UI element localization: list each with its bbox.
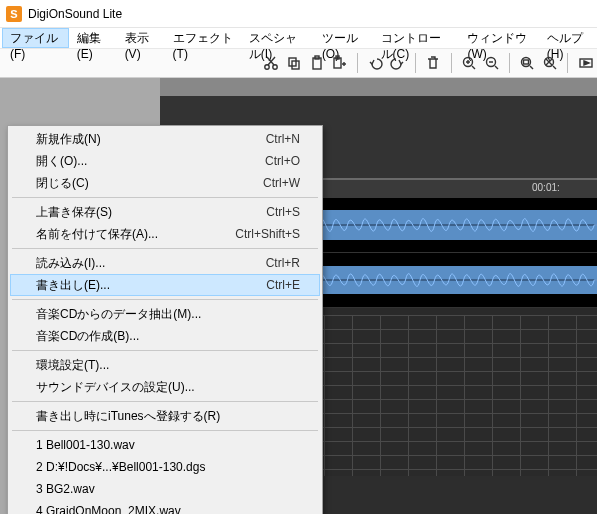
menu-item-label: 新規作成(N): [36, 131, 266, 148]
time-marker-1: 00:01:: [532, 182, 560, 193]
svg-point-1: [273, 65, 277, 69]
menu-item-accelerator: Ctrl+Shift+S: [235, 227, 300, 241]
menu-item-label: 書き出し(E)...: [36, 277, 266, 294]
file-menu-item[interactable]: サウンドデバイスの設定(U)...: [10, 376, 320, 398]
app-icon: S: [6, 6, 22, 22]
menu-コントロール[interactable]: コントロール(C): [373, 28, 460, 48]
app-title: DigiOnSound Lite: [28, 7, 122, 21]
menu-item-label: 3 BG2.wav: [36, 482, 300, 496]
zoom-out-icon[interactable]: [480, 52, 503, 74]
menu-item-accelerator: Ctrl+S: [266, 205, 300, 219]
menu-ツール[interactable]: ツール(O): [314, 28, 373, 48]
menu-item-label: 書き出し時にiTunesへ登録する(R): [36, 408, 300, 425]
menu-item-label: 4 GraidOnMoon_2MIX.wav: [36, 504, 300, 514]
menu-item-accelerator: Ctrl+W: [263, 176, 300, 190]
menu-item-label: 読み込み(I)...: [36, 255, 266, 272]
paste-new-icon[interactable]: [328, 52, 351, 74]
file-menu-item[interactable]: 3 BG2.wav: [10, 478, 320, 500]
menu-表示[interactable]: 表示(V): [117, 28, 165, 48]
file-menu-item[interactable]: 4 GraidOnMoon_2MIX.wav: [10, 500, 320, 514]
zoom-fit-icon[interactable]: [516, 52, 539, 74]
menu-ヘルプ[interactable]: ヘルプ(H): [539, 28, 597, 48]
menu-item-label: 環境設定(T)...: [36, 357, 300, 374]
toolbar-separator: [415, 53, 416, 73]
delete-icon[interactable]: [422, 52, 445, 74]
toolbar-separator: [509, 53, 510, 73]
menu-item-label: 名前を付けて保存(A)...: [36, 226, 235, 243]
redo-icon[interactable]: [386, 52, 409, 74]
file-menu-item[interactable]: 音楽CDの作成(B)...: [10, 325, 320, 347]
toolbar-separator: [357, 53, 358, 73]
menu-item-accelerator: Ctrl+E: [266, 278, 300, 292]
menu-item-accelerator: Ctrl+N: [266, 132, 300, 146]
menu-エフェクト[interactable]: エフェクト(T): [165, 28, 241, 48]
workspace: 00:00:00.00 00:01: -12% -10%: [0, 78, 597, 514]
file-menu-item[interactable]: 名前を付けて保存(A)...Ctrl+Shift+S: [10, 223, 320, 245]
menu-スペシャル[interactable]: スペシャル(I): [241, 28, 314, 48]
menu-編集[interactable]: 編集(E): [69, 28, 117, 48]
menu-item-label: 上書き保存(S): [36, 204, 266, 221]
file-menu-item[interactable]: 開く(O)...Ctrl+O: [10, 150, 320, 172]
file-menu-item[interactable]: 書き出し(E)...Ctrl+E: [10, 274, 320, 296]
copy-icon[interactable]: [283, 52, 306, 74]
file-menu-item[interactable]: 2 D:¥!Docs¥...¥Bell001-130.dgs: [10, 456, 320, 478]
menu-item-accelerator: Ctrl+R: [266, 256, 300, 270]
menu-item-label: 音楽CDの作成(B)...: [36, 328, 300, 345]
toolbar-separator: [451, 53, 452, 73]
menu-separator: [12, 401, 318, 402]
menu-item-accelerator: Ctrl+O: [265, 154, 300, 168]
svg-point-0: [265, 65, 269, 69]
undo-icon[interactable]: [364, 52, 387, 74]
file-menu-item[interactable]: 閉じる(C)Ctrl+W: [10, 172, 320, 194]
file-menu-item[interactable]: 読み込み(I)...Ctrl+R: [10, 252, 320, 274]
menu-separator: [12, 299, 318, 300]
title-bar: S DigiOnSound Lite: [0, 0, 597, 28]
file-menu-item[interactable]: 書き出し時にiTunesへ登録する(R): [10, 405, 320, 427]
svg-rect-11: [524, 60, 529, 64]
menu-separator: [12, 197, 318, 198]
menu-separator: [12, 430, 318, 431]
menu-item-label: 開く(O)...: [36, 153, 265, 170]
cut-icon[interactable]: [260, 52, 283, 74]
file-menu-item[interactable]: 上書き保存(S)Ctrl+S: [10, 201, 320, 223]
menu-ウィンドウ[interactable]: ウィンドウ(W): [459, 28, 538, 48]
menu-item-label: 2 D:¥!Docs¥...¥Bell001-130.dgs: [36, 460, 300, 474]
file-menu-item[interactable]: 1 Bell001-130.wav: [10, 434, 320, 456]
toolbar-separator: [567, 53, 568, 73]
menu-separator: [12, 248, 318, 249]
menu-bar[interactable]: ファイル(F)編集(E)表示(V)エフェクト(T)スペシャル(I)ツール(O)コ…: [0, 28, 597, 49]
menu-item-label: 音楽CDからのデータ抽出(M)...: [36, 306, 300, 323]
play-area-icon[interactable]: [574, 52, 597, 74]
menu-ファイル[interactable]: ファイル(F): [2, 28, 69, 48]
menu-item-label: サウンドデバイスの設定(U)...: [36, 379, 300, 396]
menu-separator: [12, 350, 318, 351]
menu-item-label: 閉じる(C): [36, 175, 263, 192]
file-menu-dropdown[interactable]: 新規作成(N)Ctrl+N開く(O)...Ctrl+O閉じる(C)Ctrl+W上…: [7, 125, 323, 514]
zoom-all-icon[interactable]: [539, 52, 562, 74]
zoom-in-icon[interactable]: [458, 52, 481, 74]
menu-item-label: 1 Bell001-130.wav: [36, 438, 300, 452]
file-menu-item[interactable]: 音楽CDからのデータ抽出(M)...: [10, 303, 320, 325]
file-menu-item[interactable]: 環境設定(T)...: [10, 354, 320, 376]
paste-icon[interactable]: [305, 52, 328, 74]
file-menu-item[interactable]: 新規作成(N)Ctrl+N: [10, 128, 320, 150]
